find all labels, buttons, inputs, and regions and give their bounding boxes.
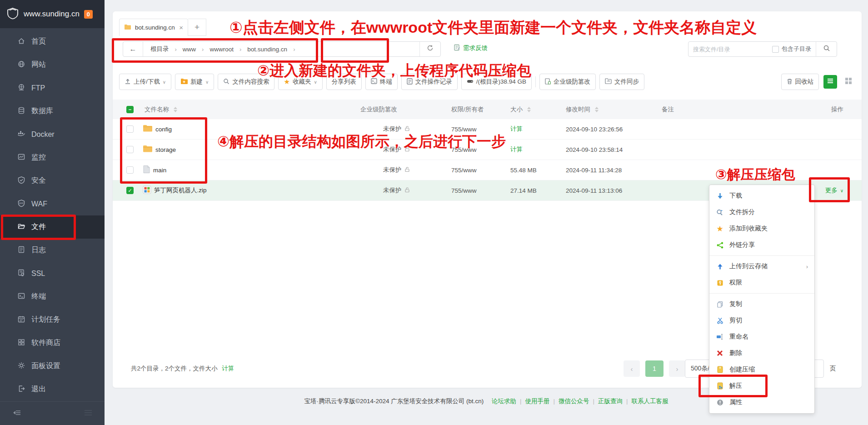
menu-item-rename[interactable]: 重命名 — [709, 329, 814, 345]
footer-link-forum[interactable]: 论坛求助 — [492, 398, 516, 405]
tab-bot-sunding[interactable]: bot.sunding.cn × — [119, 19, 188, 36]
sidebar-item-waf[interactable]: WAF WAF — [0, 192, 105, 215]
collapse-sidebar-icon[interactable] — [12, 409, 22, 419]
breadcrumb-root[interactable]: 根目录 — [150, 45, 169, 53]
sidebar-item-database[interactable]: 数据库 — [0, 100, 105, 123]
pagination-next-button[interactable]: › — [669, 360, 685, 377]
annotation-step3: ③解压压缩包 — [715, 165, 795, 184]
menu-item-unzip[interactable]: 解压 — [709, 378, 814, 394]
file-name-link[interactable]: main — [153, 167, 166, 174]
grid-view-toggle[interactable] — [842, 75, 855, 89]
compress-zip-icon — [716, 366, 724, 373]
tab-add-button[interactable]: + — [188, 19, 206, 36]
include-subdir-label: 包含子目录 — [782, 45, 811, 53]
menu-item-compress[interactable]: 创建压缩 — [709, 361, 814, 378]
footer-link-license[interactable]: 正版查询 — [598, 398, 623, 405]
header-size[interactable]: 大小 — [510, 105, 523, 114]
breadcrumb-wwwroot[interactable]: wwwroot — [210, 46, 234, 53]
include-subdir-checkbox[interactable] — [772, 46, 779, 53]
row-checkbox-checked[interactable]: ✓ — [126, 187, 134, 194]
more-actions-link[interactable]: 更多 — [825, 186, 838, 195]
row-checkbox[interactable] — [126, 125, 134, 133]
sidebar-item-docker[interactable]: Docker — [0, 123, 105, 146]
copyright: 宝塔·腾讯云专享版©2014-2024 广东堡塔安全技术有限公司 (bt.cn) — [304, 398, 484, 405]
more-actions-menu: 下载 文件拆分 ★ 添加到收藏夹 外链分享 上传到云存储 › 权限 复制 剪切 … — [709, 185, 815, 414]
sidebar-item-website[interactable]: 网站 — [0, 53, 105, 76]
list-view-toggle[interactable] — [823, 75, 837, 89]
calc-size-link[interactable]: 计算 — [510, 145, 523, 154]
tamper-proof-button[interactable]: 企业级防篡改 — [539, 74, 596, 90]
header-file-name[interactable]: 文件名称 — [145, 105, 169, 114]
menu-item-properties[interactable]: 属性 — [709, 394, 814, 410]
menu-item-share[interactable]: 外链分享 — [709, 237, 814, 253]
menu-item-split[interactable]: 文件拆分 — [709, 204, 814, 220]
upload-icon — [125, 78, 131, 86]
menu-item-cloud-upload[interactable]: 上传到云存储 › — [709, 258, 814, 275]
panel-title: www.sunding.cn — [24, 10, 80, 19]
sidebar-item-appstore[interactable]: 软件商店 — [0, 331, 105, 355]
tab-bar: bot.sunding.cn × + — [119, 19, 206, 36]
file-summary: 共2个目录，2个文件，文件大小 计算 — [131, 365, 234, 373]
refresh-button[interactable] — [419, 42, 440, 56]
pagination-prev-button[interactable]: ‹ — [624, 360, 640, 377]
footer-link-support[interactable]: 联系人工客服 — [632, 398, 668, 405]
sidebar-item-home[interactable]: 首页 — [0, 30, 105, 53]
calendar-icon — [17, 315, 25, 325]
upload-download-button[interactable]: 上传/下载∨ — [119, 74, 171, 90]
menu-item-permission[interactable]: 权限 — [709, 275, 814, 291]
search-button[interactable] — [816, 42, 837, 56]
menu-item-cut[interactable]: 剪切 — [709, 312, 814, 329]
sidebar-item-ssl[interactable]: SSL — [0, 262, 105, 285]
calc-size-link[interactable]: 计算 — [510, 125, 523, 133]
sort-icon[interactable] — [174, 107, 177, 112]
footer-link-wechat[interactable]: 微信公众号 — [559, 398, 589, 405]
footer-link-manual[interactable]: 使用手册 — [525, 398, 550, 405]
sidebar-item-terminal[interactable]: 终端 — [0, 285, 105, 308]
message-badge[interactable]: 0 — [84, 10, 93, 19]
select-all-checkbox[interactable]: − — [126, 106, 134, 113]
search-input[interactable] — [688, 46, 772, 53]
unlock-icon[interactable] — [404, 187, 410, 194]
back-button[interactable]: ← — [123, 42, 143, 56]
sidebar-item-logout[interactable]: 退出 — [0, 378, 105, 401]
unlock-icon[interactable] — [404, 166, 410, 174]
calc-total-link[interactable]: 计算 — [222, 365, 234, 372]
file-name-link[interactable]: config — [155, 126, 172, 133]
sort-icon[interactable] — [595, 107, 599, 112]
row-checkbox[interactable] — [126, 166, 134, 174]
header-mtime[interactable]: 修改时间 — [566, 105, 590, 114]
chevron-down-icon: ∨ — [163, 80, 166, 85]
feedback-link[interactable]: 需求反馈 — [454, 44, 488, 52]
sidebar-item-cron[interactable]: 计划任务 — [0, 308, 105, 331]
sidebar-item-security[interactable]: 安全 — [0, 169, 105, 192]
recycle-bin-button[interactable]: 回收站 — [781, 74, 819, 90]
breadcrumb-www[interactable]: www — [183, 46, 196, 53]
menu-divider — [709, 293, 814, 294]
tab-close-icon[interactable]: × — [179, 24, 183, 31]
log-doc-icon — [17, 245, 25, 255]
sidebar-item-monitor[interactable]: 监控 — [0, 146, 105, 169]
sidebar-item-settings[interactable]: 面板设置 — [0, 355, 105, 378]
file-name-link[interactable]: 笋丁网页机器人.zip — [154, 186, 207, 195]
file-name-link[interactable]: storage — [155, 146, 176, 153]
file-sync-button[interactable]: 文件同步 — [599, 74, 644, 90]
chevron-right-icon: › — [293, 46, 295, 53]
menu-item-download[interactable]: 下载 — [709, 188, 814, 204]
new-button[interactable]: 新建∨ — [175, 74, 214, 90]
sidebar-item-ftp[interactable]: FTP — [0, 76, 105, 100]
menu-list-icon[interactable] — [84, 409, 93, 418]
sidebar-item-logs[interactable]: 日志 — [0, 239, 105, 262]
tab-title: bot.sunding.cn — [135, 24, 175, 31]
pagination-page-1[interactable]: 1 — [645, 360, 663, 377]
menu-item-copy[interactable]: 复制 — [709, 296, 814, 312]
menu-item-delete[interactable]: 删除 — [709, 345, 814, 361]
sort-icon[interactable] — [527, 107, 531, 112]
menu-item-favorite[interactable]: ★ 添加到收藏夹 — [709, 220, 814, 237]
annotation-step1: ①点击左侧文件，在wwwroot文件夹里面新建一个文件夹，文件夹名称自定义 — [229, 17, 757, 38]
row-checkbox[interactable] — [126, 146, 134, 153]
ftp-globe-icon — [17, 83, 25, 93]
home-icon — [17, 37, 25, 47]
sidebar-item-files[interactable]: 文件 — [0, 215, 105, 239]
breadcrumb-current[interactable]: bot.sunding.cn — [247, 46, 287, 53]
tamper-shield-icon — [545, 78, 551, 86]
